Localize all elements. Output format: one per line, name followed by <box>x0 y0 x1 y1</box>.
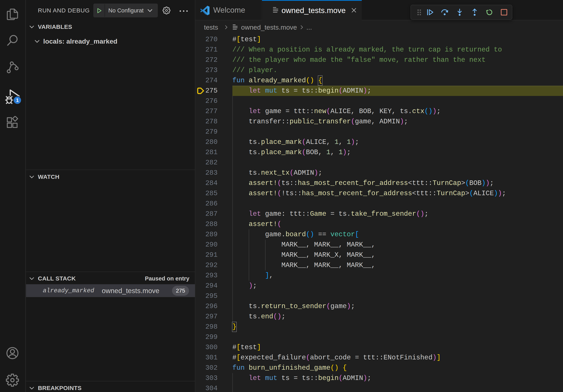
svg-text:1: 1 <box>16 97 19 103</box>
